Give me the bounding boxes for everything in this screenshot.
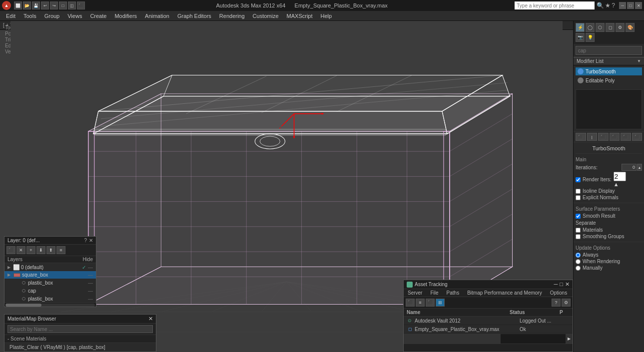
- toolbar-t1[interactable]: □: [59, 1, 67, 9]
- search-icon[interactable]: 🔍: [597, 2, 604, 9]
- iterations-label: Iterations:: [576, 165, 598, 170]
- layers-tool-1[interactable]: ⬛: [6, 246, 15, 254]
- asset-column-header: Name Status P: [404, 309, 573, 317]
- rp-icon-1[interactable]: ⚡: [576, 23, 585, 32]
- asset-maximize-icon[interactable]: □: [560, 281, 563, 288]
- menu-modifiers[interactable]: Modifiers: [110, 11, 141, 21]
- minimize-button[interactable]: ─: [619, 2, 626, 9]
- layers-tool-3[interactable]: +: [26, 246, 35, 254]
- render-iters-checkbox[interactable]: [576, 177, 581, 182]
- menu-graph-editors[interactable]: Graph Editors: [173, 11, 215, 21]
- isoline-checkbox[interactable]: [576, 189, 581, 194]
- iterations-up-button[interactable]: ▲: [637, 164, 642, 171]
- layer-item[interactable]: ⬡ cap —: [4, 287, 96, 295]
- asset-tool-3[interactable]: ⬛: [426, 299, 435, 307]
- rp-icon-6[interactable]: 🎨: [626, 23, 635, 32]
- search-input[interactable]: [515, 1, 595, 9]
- material-scene-header[interactable]: Scene Materials: [4, 335, 156, 343]
- menu-rendering[interactable]: Rendering: [215, 11, 249, 21]
- asset-menu-server[interactable]: Server: [404, 289, 426, 297]
- manually-radio[interactable]: [576, 266, 581, 271]
- rp-icon-5[interactable]: ⚙: [616, 23, 625, 32]
- layer-item[interactable]: ⬡ plastic_box —: [4, 279, 96, 287]
- toolbar-redo[interactable]: ↪: [50, 1, 58, 9]
- asset-menu-options[interactable]: Options: [546, 289, 571, 297]
- modifier-list-dropdown[interactable]: ▼: [637, 59, 641, 63]
- explicit-normals-checkbox[interactable]: [576, 195, 581, 200]
- right-panel-icons: ⚡ ◯ ⬡ ◻ ⚙ 🎨 📷 💡: [574, 21, 644, 44]
- material-close-icon[interactable]: ✕: [148, 316, 153, 322]
- asset-tool-1[interactable]: ⬛: [406, 299, 415, 307]
- toolbar-new[interactable]: ⬜: [14, 1, 22, 9]
- toolbar-t3[interactable]: ⬛: [77, 1, 85, 9]
- render-iters-input[interactable]: [614, 172, 626, 181]
- menu-create[interactable]: Create: [86, 11, 110, 21]
- modifier-editablepoly[interactable]: Editable Poly: [576, 76, 642, 84]
- asset-menu-file[interactable]: File: [426, 289, 442, 297]
- rp-icon-2[interactable]: ◯: [586, 23, 595, 32]
- rp-icon-8[interactable]: 💡: [586, 33, 595, 42]
- asset-scroll-right[interactable]: ▶: [566, 334, 573, 344]
- mod-btn-4[interactable]: ⬛: [610, 133, 620, 141]
- modifier-turbosmooth[interactable]: TurboSmooth: [576, 67, 642, 75]
- close-button[interactable]: ✕: [635, 2, 642, 9]
- asset-scrollbar[interactable]: [404, 334, 566, 344]
- asset-item[interactable]: ⊙ Autodesk Vault 2012 Logged Out ...: [404, 317, 573, 325]
- smoothing-groups-checkbox[interactable]: [576, 234, 581, 239]
- rp-icon-4[interactable]: ◻: [606, 23, 615, 32]
- maximize-button[interactable]: □: [627, 2, 634, 9]
- material-search-input[interactable]: [7, 325, 153, 333]
- menu-customize[interactable]: Customize: [249, 11, 283, 21]
- menu-animation[interactable]: Animation: [141, 11, 173, 21]
- bookmark-icon[interactable]: ★: [605, 2, 611, 9]
- toolbar-save[interactable]: 💾: [32, 1, 40, 9]
- menu-maxscript[interactable]: MAXScript: [283, 11, 317, 21]
- asset-tool-2[interactable]: ≡: [416, 299, 425, 307]
- layers-tool-2[interactable]: ✕: [16, 246, 25, 254]
- layer-icon: ⬡: [20, 280, 26, 286]
- always-radio[interactable]: [576, 253, 581, 258]
- layers-tool-4[interactable]: ⬇: [36, 246, 45, 254]
- layers-scrollbar[interactable]: [4, 303, 96, 307]
- render-iters-up-button[interactable]: ▲: [614, 181, 626, 187]
- material-item[interactable]: Plastic_Clear ( VRayMtl ) [cap, plastic_…: [4, 343, 156, 352]
- toolbar-open[interactable]: 📂: [23, 1, 31, 9]
- mod-btn-5[interactable]: ⬛: [621, 133, 631, 141]
- menu-group[interactable]: Group: [40, 11, 64, 21]
- asset-menu-paths[interactable]: Paths: [443, 289, 464, 297]
- layers-close-icon[interactable]: ✕: [89, 238, 93, 243]
- scroll-thumb[interactable]: [5, 304, 41, 307]
- toolbar-t2[interactable]: ◫: [68, 1, 76, 9]
- asset-tool-help[interactable]: ?: [552, 299, 561, 307]
- when-rendering-radio[interactable]: [576, 259, 581, 264]
- asset-menu-bitmap[interactable]: Bitmap Performance and Memory: [463, 289, 546, 297]
- layer-item[interactable]: ⬡ plastic_box —: [4, 295, 96, 303]
- layers-tool-6[interactable]: ≡: [56, 246, 65, 254]
- scroll-track[interactable]: [5, 304, 95, 307]
- mod-btn-3[interactable]: ⬛: [598, 133, 609, 141]
- rp-icon-7[interactable]: 📷: [576, 33, 585, 42]
- modifier-search-input[interactable]: [576, 46, 642, 55]
- menu-help[interactable]: Help: [317, 11, 336, 21]
- smooth-result-checkbox[interactable]: [576, 214, 581, 219]
- asset-minimize-icon[interactable]: ─: [554, 281, 558, 288]
- mod-btn-2[interactable]: |: [587, 133, 598, 141]
- asset-tool-settings[interactable]: ⚙: [562, 299, 571, 307]
- asset-tool-4[interactable]: ⊞: [436, 299, 445, 307]
- iterations-input[interactable]: [622, 164, 637, 171]
- toolbar-undo[interactable]: ↩: [41, 1, 49, 9]
- layer-item[interactable]: ▶ ⬜ 0 (default) ✓ —: [4, 263, 96, 271]
- menu-views[interactable]: Views: [63, 11, 86, 21]
- layer-item[interactable]: ▶ square_box —: [4, 271, 96, 279]
- menu-edit[interactable]: Edit: [2, 11, 19, 21]
- mod-btn-6[interactable]: ⬛: [632, 133, 643, 141]
- rp-icon-3[interactable]: ⬡: [596, 23, 605, 32]
- mod-btn-1[interactable]: ⬛: [576, 133, 586, 141]
- asset-item[interactable]: ◻ Empty_Square_Plastic_Box_vray.max Ok: [404, 325, 573, 334]
- layers-question-mark[interactable]: ?: [84, 238, 87, 243]
- materials-checkbox[interactable]: [576, 228, 581, 233]
- asset-close-icon[interactable]: ✕: [565, 281, 570, 288]
- menu-tools[interactable]: Tools: [19, 11, 40, 21]
- help-icon[interactable]: ?: [612, 2, 615, 9]
- layers-tool-5[interactable]: ⬆: [46, 246, 55, 254]
